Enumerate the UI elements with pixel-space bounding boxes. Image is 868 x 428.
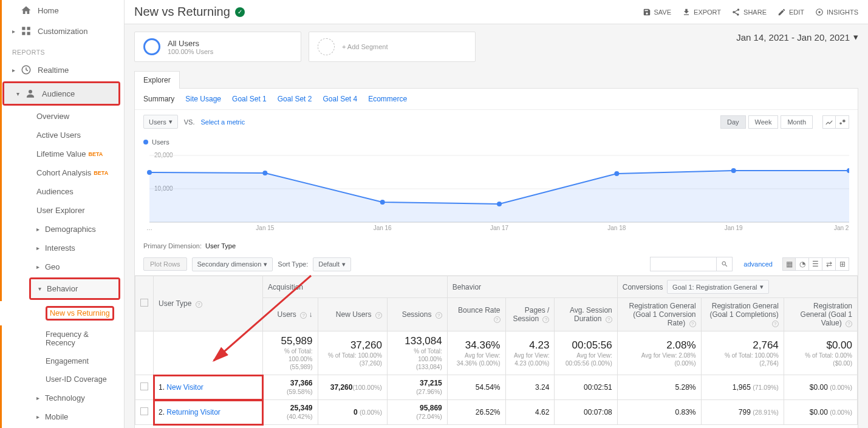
col-conversion-rate[interactable]: Registration General (Goal 1 Conversion … bbox=[617, 298, 701, 331]
date-range-picker[interactable]: Jan 14, 2021 - Jan 20, 2021▾ bbox=[736, 32, 858, 42]
col-new-users[interactable]: New Users ? bbox=[318, 298, 387, 331]
nav-engagement[interactable]: Engagement bbox=[0, 352, 124, 370]
nav-lifetime-value[interactable]: Lifetime ValueBETA bbox=[0, 144, 124, 163]
view-performance-icon[interactable]: ☰ bbox=[809, 257, 822, 271]
save-icon bbox=[643, 8, 651, 16]
subtab-site-usage[interactable]: Site Usage bbox=[185, 95, 221, 103]
col-users[interactable]: Users ? ↓ bbox=[263, 298, 318, 331]
add-segment-icon bbox=[318, 38, 335, 55]
nav-demographics[interactable]: ▸Demographics bbox=[0, 220, 124, 239]
nav-interests[interactable]: ▸Interests bbox=[0, 239, 124, 257]
row-link-returning-visitor[interactable]: Returning Visitor bbox=[166, 408, 220, 416]
group-behavior: Behavior bbox=[447, 276, 617, 298]
data-table: User Type ? Acquisition Behavior Convers… bbox=[135, 276, 858, 425]
nav-mobile[interactable]: ▸Mobile bbox=[0, 407, 124, 426]
nav-audiences[interactable]: Audiences bbox=[0, 182, 124, 201]
nav-geo[interactable]: ▸Geo bbox=[0, 257, 124, 276]
insights-button[interactable]: INSIGHTS bbox=[815, 8, 858, 16]
nav-customization[interactable]: ▸ Customization bbox=[0, 21, 124, 41]
table-row: 1. New Visitor 37,366 (59.58%) 37,260(10… bbox=[135, 375, 858, 400]
granularity-week[interactable]: Week bbox=[748, 115, 779, 129]
beta-badge: BETA bbox=[94, 170, 108, 176]
nav-user-id-coverage[interactable]: User-ID Coverage bbox=[0, 370, 124, 389]
svg-rect-3 bbox=[27, 32, 30, 35]
edit-icon bbox=[777, 8, 786, 16]
add-segment-button[interactable]: + Add Segment bbox=[309, 32, 476, 62]
row-link-new-visitor[interactable]: New Visitor bbox=[166, 383, 203, 392]
row-checkbox[interactable] bbox=[140, 382, 148, 390]
col-completions[interactable]: Registration General (Goal 1 Completions… bbox=[701, 298, 784, 331]
svg-text:Jan 15: Jan 15 bbox=[256, 225, 274, 231]
subtab-goal1[interactable]: Goal Set 1 bbox=[232, 95, 267, 103]
primary-dimension: Primary Dimension: User Type bbox=[135, 236, 858, 253]
advanced-filter-link[interactable]: advanced bbox=[743, 260, 773, 268]
view-comparison-icon[interactable]: ⇄ bbox=[822, 257, 836, 271]
beta-badge: BETA bbox=[88, 151, 103, 157]
select-all-checkbox[interactable] bbox=[140, 299, 148, 307]
topbar: New vs Returning SAVE EXPORT SHARE EDIT … bbox=[125, 0, 868, 24]
granularity-month[interactable]: Month bbox=[781, 115, 813, 129]
vs-label: VS. bbox=[184, 118, 195, 126]
nav-active-users[interactable]: Active Users bbox=[0, 126, 124, 144]
legend-dot bbox=[143, 140, 148, 144]
col-avg-session-duration[interactable]: Avg. Session Duration ? bbox=[555, 298, 617, 331]
legend-label: Users bbox=[152, 138, 169, 146]
save-button[interactable]: SAVE bbox=[643, 8, 672, 16]
segment-all-users[interactable]: All Users 100.00% Users bbox=[134, 32, 301, 62]
search-button[interactable] bbox=[717, 257, 733, 271]
secondary-dimension-selector[interactable]: Secondary dimension ▾ bbox=[192, 257, 273, 271]
export-icon bbox=[682, 8, 691, 16]
nav-user-explorer[interactable]: User Explorer bbox=[0, 201, 124, 220]
totals-row: 55,989% of Total: 100.00% (55,989) 37,26… bbox=[135, 331, 858, 375]
view-table-icon[interactable]: ▦ bbox=[782, 257, 796, 271]
col-value[interactable]: Registration General (Goal 1 Value) ? bbox=[784, 298, 857, 331]
svg-rect-2 bbox=[22, 32, 25, 35]
subtab-goal2[interactable]: Goal Set 2 bbox=[278, 95, 312, 103]
nav-audience[interactable]: ▾ Audience bbox=[4, 83, 118, 104]
nav-realtime[interactable]: ▸ Realtime bbox=[0, 59, 124, 80]
subtab-summary[interactable]: Summary bbox=[143, 95, 174, 103]
sidebar: Home ▸ Customization REPORTS ▸ Realtime … bbox=[0, 0, 125, 428]
help-icon[interactable]: ? bbox=[196, 301, 202, 308]
col-sessions[interactable]: Sessions ? bbox=[387, 298, 447, 331]
subtab-ecommerce[interactable]: Ecommerce bbox=[368, 95, 407, 103]
customization-icon bbox=[21, 25, 32, 36]
svg-text:Jan 20: Jan 20 bbox=[834, 225, 849, 231]
nav-cohort-analysis[interactable]: Cohort AnalysisBETA bbox=[0, 163, 124, 182]
col-bounce-rate[interactable]: Bounce Rate ? bbox=[447, 298, 505, 331]
goal-selector[interactable]: Goal 1: Registration General ▾ bbox=[667, 280, 768, 294]
nav-behavior[interactable]: ▾Behavior bbox=[31, 279, 118, 298]
select-metric-link[interactable]: Select a metric bbox=[200, 118, 245, 126]
view-percentage-icon[interactable]: ◔ bbox=[796, 257, 809, 271]
nav-technology[interactable]: ▸Technology bbox=[0, 389, 124, 407]
segment-title: All Users bbox=[168, 39, 213, 48]
chart-area: Users 20,000 10,000 …Jan 15Jan 16Jan 17J… bbox=[135, 134, 858, 236]
nav-home[interactable]: Home bbox=[0, 0, 124, 21]
table-search-input[interactable] bbox=[650, 257, 717, 271]
edit-button[interactable]: EDIT bbox=[777, 8, 804, 16]
svg-point-19 bbox=[614, 171, 619, 176]
share-button[interactable]: SHARE bbox=[732, 8, 767, 16]
svg-point-5 bbox=[29, 90, 32, 93]
sort-type-selector[interactable]: Default ▾ bbox=[313, 257, 351, 271]
nav-new-vs-returning[interactable]: New vs Returning bbox=[0, 301, 124, 325]
subtab-goal4[interactable]: Goal Set 4 bbox=[323, 95, 357, 103]
chart-type-motion-icon[interactable] bbox=[836, 115, 849, 129]
table-row: 2. Returning Visitor 25,349 (40.42%) 0 (… bbox=[135, 400, 858, 425]
share-icon bbox=[732, 8, 740, 16]
chart-type-line-icon[interactable] bbox=[822, 115, 836, 129]
nav-overview[interactable]: Overview bbox=[0, 107, 124, 126]
view-pivot-icon[interactable]: ⊞ bbox=[836, 257, 849, 271]
nav-frequency-recency[interactable]: Frequency & Recency bbox=[0, 325, 124, 352]
line-chart: 20,000 10,000 …Jan 15Jan 16Jan 17Jan 18J… bbox=[143, 146, 849, 234]
export-button[interactable]: EXPORT bbox=[682, 8, 721, 16]
explorer-tab[interactable]: Explorer bbox=[134, 71, 180, 89]
col-pages-session[interactable]: Pages / Session ? bbox=[505, 298, 555, 331]
svg-text:Jan 16: Jan 16 bbox=[374, 225, 392, 231]
row-checkbox[interactable] bbox=[140, 407, 148, 415]
metric-selector[interactable]: Users ▾ bbox=[143, 115, 178, 129]
granularity-day[interactable]: Day bbox=[720, 115, 746, 129]
svg-text:Jan 17: Jan 17 bbox=[490, 225, 508, 231]
svg-point-16 bbox=[262, 171, 267, 175]
svg-text:…: … bbox=[146, 225, 152, 231]
